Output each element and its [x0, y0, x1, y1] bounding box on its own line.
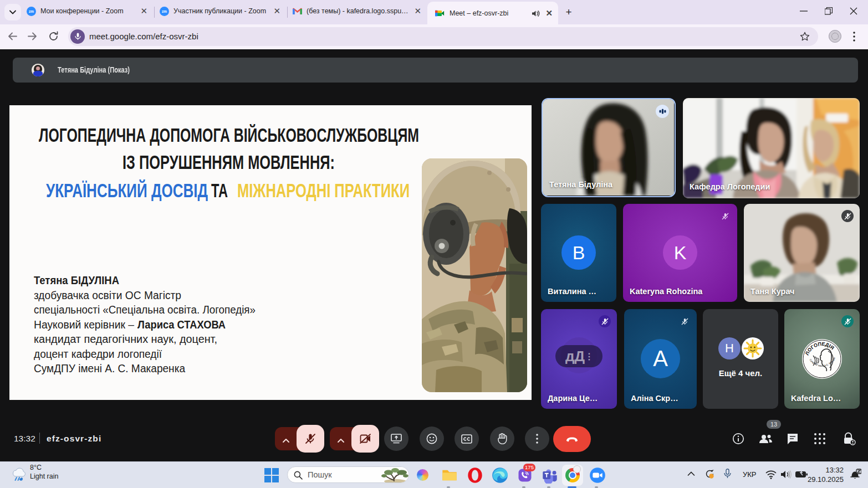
svg-text:ЛОГОПЕДИЧНА ДОПОМОГА ВІЙСЬКОВО: ЛОГОПЕДИЧНА ДОПОМОГА ВІЙСЬКОВОСЛУЖБОВЦЯМ [39, 124, 419, 146]
svg-text:zm: zm [29, 9, 34, 13]
svg-text:zm: zm [162, 9, 167, 13]
svg-text:ІЗ ПОРУШЕННЯМ МОВЛЕННЯ:: ІЗ ПОРУШЕННЯМ МОВЛЕННЯ: [122, 151, 335, 173]
svg-text:ЛОГОПЕДІЯ: ЛОГОПЕДІЯ [804, 341, 835, 356]
svg-text:МІЖНАРОДНІ ПРАКТИКИ: МІЖНАРОДНІ ПРАКТИКИ [237, 179, 410, 201]
svg-text:СумДПУ імені А. С. Макаренка: СумДПУ імені А. С. Макаренка [34, 362, 185, 374]
svg-text:доцент кафедри логопедії: доцент кафедри логопедії [34, 348, 162, 360]
svg-text:Тетяна БІДУЛІНА: Тетяна БІДУЛІНА [34, 274, 119, 286]
svg-text:спеціальності «Спеціальна осві: спеціальності «Спеціальна освіта. Логопе… [34, 304, 256, 316]
svg-text:Лариса СТАХОВА: Лариса СТАХОВА [137, 319, 226, 331]
svg-text:ТА: ТА [211, 179, 228, 201]
svg-text:Науковий керівник –: Науковий керівник – [34, 319, 134, 331]
svg-text:здобувачка освіти ОС Магістр: здобувачка освіти ОС Магістр [34, 289, 181, 301]
svg-text:кандидат педагогічних наук, до: кандидат педагогічних наук, доцент, [34, 333, 217, 345]
svg-text:УКРАЇНСЬКИЙ ДОСВІД: УКРАЇНСЬКИЙ ДОСВІД [46, 179, 208, 201]
